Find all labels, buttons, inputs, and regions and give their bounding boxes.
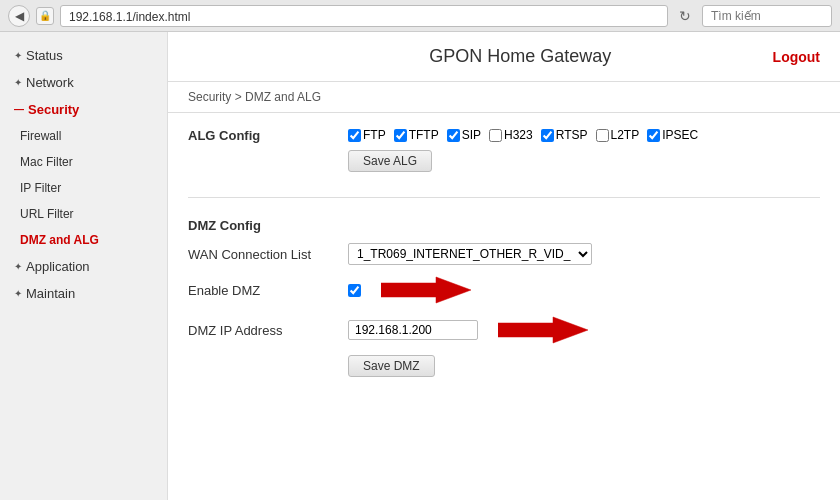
- save-alg-button[interactable]: Save ALG: [348, 150, 432, 172]
- url-bar[interactable]: 192.168.1.1/index.html: [60, 5, 668, 27]
- sidebar-item-label: DMZ and ALG: [20, 233, 99, 247]
- main-layout: ✦ Status ✦ Network — Security Firewall M…: [0, 32, 840, 500]
- refresh-button[interactable]: ↻: [674, 5, 696, 27]
- sidebar-item-label: Application: [26, 259, 90, 274]
- alg-tftp-label: TFTP: [409, 128, 439, 142]
- sidebar-item-firewall[interactable]: Firewall: [0, 123, 167, 149]
- sidebar-item-ip-filter[interactable]: IP Filter: [0, 175, 167, 201]
- alg-config-label: ALG Config: [188, 128, 348, 143]
- alg-rtsp-checkbox[interactable]: [541, 129, 554, 142]
- alg-l2tp-checkbox[interactable]: [596, 129, 609, 142]
- wan-connection-select[interactable]: 1_TR069_INTERNET_OTHER_R_VID_: [348, 243, 592, 265]
- save-alg-row: Save ALG: [348, 150, 820, 172]
- alg-sip-item[interactable]: SIP: [447, 128, 481, 142]
- sidebar-item-label: Security: [28, 102, 79, 117]
- sidebar-item-application[interactable]: ✦ Application: [0, 253, 167, 280]
- arrow-icon: ✦: [14, 50, 22, 61]
- sidebar-item-maintain[interactable]: ✦ Maintain: [0, 280, 167, 307]
- enable-dmz-label: Enable DMZ: [188, 283, 348, 298]
- alg-config-section: ALG Config FTP TFTP: [188, 128, 820, 198]
- page-content: ALG Config FTP TFTP: [168, 113, 840, 500]
- wan-connection-row: WAN Connection List 1_TR069_INTERNET_OTH…: [188, 243, 820, 265]
- dmz-ip-row: DMZ IP Address: [188, 315, 820, 345]
- sidebar-item-label: IP Filter: [20, 181, 61, 195]
- search-input[interactable]: [702, 5, 832, 27]
- sidebar-item-mac-filter[interactable]: Mac Filter: [0, 149, 167, 175]
- save-dmz-control: Save DMZ: [348, 355, 435, 377]
- sidebar-item-security[interactable]: — Security: [0, 96, 167, 123]
- alg-ftp-checkbox[interactable]: [348, 129, 361, 142]
- arrow-icon: ✦: [14, 77, 22, 88]
- enable-dmz-row: Enable DMZ: [188, 275, 820, 305]
- sidebar-item-dmz-alg[interactable]: DMZ and ALG: [0, 227, 167, 253]
- svg-marker-1: [498, 317, 588, 343]
- alg-sip-label: SIP: [462, 128, 481, 142]
- dmz-ip-control: [348, 315, 588, 345]
- alg-ftp-item[interactable]: FTP: [348, 128, 386, 142]
- svg-marker-0: [381, 277, 471, 303]
- dmz-ip-arrow-indicator: [498, 315, 588, 345]
- alg-rtsp-item[interactable]: RTSP: [541, 128, 588, 142]
- alg-tftp-checkbox[interactable]: [394, 129, 407, 142]
- enable-dmz-checkbox[interactable]: [348, 284, 361, 297]
- alg-h323-label: H323: [504, 128, 533, 142]
- dmz-config-section: DMZ Config WAN Connection List 1_TR069_I…: [188, 218, 820, 402]
- arrow-icon: ✦: [14, 261, 22, 272]
- enable-dmz-arrow-indicator: [381, 275, 471, 305]
- page-header: GPON Home Gateway Logout: [168, 32, 840, 82]
- logout-button[interactable]: Logout: [773, 49, 820, 65]
- alg-l2tp-item[interactable]: L2TP: [596, 128, 640, 142]
- sidebar-item-label: Firewall: [20, 129, 61, 143]
- alg-ftp-label: FTP: [363, 128, 386, 142]
- sidebar-item-status[interactable]: ✦ Status: [0, 42, 167, 69]
- content-area: GPON Home Gateway Logout Security > DMZ …: [168, 32, 840, 500]
- alg-ipsec-item[interactable]: IPSEC: [647, 128, 698, 142]
- sidebar-item-url-filter[interactable]: URL Filter: [0, 201, 167, 227]
- arrow-icon: ✦: [14, 288, 22, 299]
- save-dmz-button[interactable]: Save DMZ: [348, 355, 435, 377]
- dmz-title-row: DMZ Config: [188, 218, 820, 233]
- sidebar-item-label: Maintain: [26, 286, 75, 301]
- sidebar-item-label: URL Filter: [20, 207, 74, 221]
- alg-h323-item[interactable]: H323: [489, 128, 533, 142]
- alg-tftp-item[interactable]: TFTP: [394, 128, 439, 142]
- alg-l2tp-label: L2TP: [611, 128, 640, 142]
- alg-sip-checkbox[interactable]: [447, 129, 460, 142]
- back-button[interactable]: ◀: [8, 5, 30, 27]
- wan-connection-label: WAN Connection List: [188, 247, 348, 262]
- alg-ipsec-checkbox[interactable]: [647, 129, 660, 142]
- alg-config-content: FTP TFTP SIP: [348, 128, 820, 172]
- browser-toolbar: ◀ 🔒 192.168.1.1/index.html ↻: [0, 0, 840, 32]
- alg-rtsp-label: RTSP: [556, 128, 588, 142]
- arrow-icon: —: [14, 104, 24, 115]
- wan-connection-control: 1_TR069_INTERNET_OTHER_R_VID_: [348, 243, 592, 265]
- breadcrumb: Security > DMZ and ALG: [168, 82, 840, 113]
- alg-h323-checkbox[interactable]: [489, 129, 502, 142]
- dmz-ip-label: DMZ IP Address: [188, 323, 348, 338]
- alg-ipsec-label: IPSEC: [662, 128, 698, 142]
- header-title: GPON Home Gateway: [268, 46, 773, 67]
- alg-checkboxes: FTP TFTP SIP: [348, 128, 820, 142]
- secure-icon: 🔒: [36, 7, 54, 25]
- sidebar-item-label: Network: [26, 75, 74, 90]
- dmz-config-label: DMZ Config: [188, 218, 348, 233]
- dmz-ip-input[interactable]: [348, 320, 478, 340]
- alg-config-row: ALG Config FTP TFTP: [188, 128, 820, 172]
- enable-dmz-control: [348, 275, 471, 305]
- sidebar-item-network[interactable]: ✦ Network: [0, 69, 167, 96]
- sidebar-item-label: Mac Filter: [20, 155, 73, 169]
- sidebar: ✦ Status ✦ Network — Security Firewall M…: [0, 32, 168, 500]
- sidebar-item-label: Status: [26, 48, 63, 63]
- save-dmz-row: Save DMZ: [188, 355, 820, 377]
